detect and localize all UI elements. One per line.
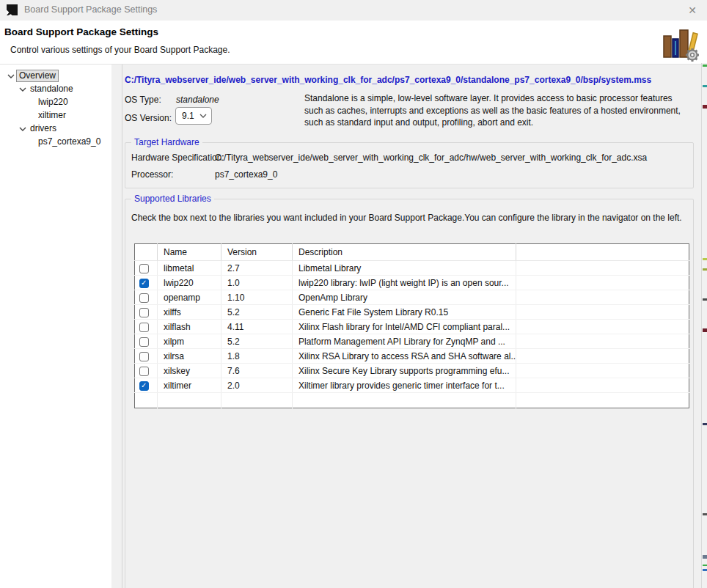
library-description: Platform Management API Library for Zynq…: [293, 334, 516, 349]
page-subtitle: Control various settings of your Board S…: [10, 45, 230, 55]
ruler-annotation-mark: [703, 565, 707, 566]
library-version: 4.11: [221, 320, 293, 334]
library-description: Generic Fat File System Library R0.15: [293, 305, 516, 320]
table-row-empty: [135, 393, 689, 408]
library-checkbox[interactable]: [139, 264, 149, 273]
ruler-annotation-mark: [703, 65, 707, 67]
tree-item-lwip220[interactable]: lwip220: [36, 96, 70, 109]
library-name: lwip220: [158, 276, 221, 290]
title-bar: Board Support Package Settings ✕: [0, 0, 707, 21]
library-version: 1.0: [221, 276, 293, 290]
library-description: Xilinx Secure Key Library supports progr…: [293, 364, 516, 378]
library-checkbox[interactable]: [139, 381, 149, 391]
tree-item-xiltimer[interactable]: xiltimer: [36, 109, 68, 122]
close-icon[interactable]: ✕: [685, 3, 700, 18]
chevron-down-icon[interactable]: [18, 87, 28, 92]
library-version: 2.0: [221, 378, 293, 393]
ruler-annotation-mark: [703, 85, 707, 87]
library-version: 5.2: [221, 305, 293, 320]
ruler-annotation-mark: [703, 268, 707, 271]
tree-item-label[interactable]: standalone: [28, 84, 76, 95]
library-checkbox[interactable]: [139, 352, 149, 361]
os-version-label: OS Version:: [125, 113, 172, 123]
chevron-down-icon[interactable]: [6, 74, 16, 78]
library-version: 1.8: [221, 349, 293, 364]
library-name: xilffs: [158, 305, 221, 320]
ruler-annotation-mark: [703, 258, 707, 260]
table-row[interactable]: openamp 1.10 OpenAmp Library: [135, 290, 689, 305]
description-column-header: Description: [293, 244, 516, 261]
ruler-annotation-mark: [703, 105, 707, 109]
library-name: xiltimer: [158, 378, 221, 393]
supported-libraries-title: Supported Libraries: [131, 194, 214, 204]
library-description: lwip220 library: lwIP (light weight IP) …: [293, 276, 516, 290]
ruler-annotation-mark: [703, 569, 707, 571]
tree-item-overview[interactable]: Overview: [6, 70, 59, 82]
target-hardware-group: Target Hardware Hardware Specification: …: [125, 142, 694, 188]
tree-item-label[interactable]: xiltimer: [36, 110, 68, 121]
library-version: 7.6: [221, 364, 293, 378]
hardware-spec-value: C:/Tityra_webserver_ide/web_server_with_…: [215, 152, 647, 163]
window-title: Board Support Package Settings: [24, 4, 157, 15]
version-column-header: Version: [221, 244, 293, 261]
ruler-annotation-mark: [703, 328, 707, 332]
supported-libraries-group: Supported Libraries Check the box next t…: [125, 199, 694, 588]
tree-item-label[interactable]: lwip220: [36, 97, 70, 108]
dialog-header: Board Support Package Settings Control v…: [0, 21, 707, 65]
os-version-select[interactable]: 9.1: [175, 107, 212, 125]
library-name: xilskey: [158, 364, 221, 378]
checkbox-column-header: [135, 244, 158, 261]
library-description: Libmetal Library: [293, 261, 516, 276]
mss-file-path-link[interactable]: C:/Tityra_webserver_ide/web_server_with_…: [125, 75, 651, 85]
library-version: 1.10: [221, 290, 293, 305]
chevron-down-icon: [199, 114, 207, 118]
tree-item-standalone[interactable]: standalone: [18, 83, 76, 95]
os-type-label: OS Type:: [125, 95, 161, 105]
name-column-header: Name: [158, 244, 221, 261]
library-version: 2.7: [221, 261, 293, 276]
libraries-table: Name Version Description libmetal 2.7 Li…: [134, 243, 689, 408]
library-description: OpenAmp Library: [293, 290, 516, 305]
library-checkbox[interactable]: [139, 323, 149, 332]
bsp-navigator-tree: Overview standalone lwip220 xiltimer dri…: [0, 65, 111, 588]
library-checkbox[interactable]: [139, 308, 149, 317]
overview-ruler-scrollbar[interactable]: [701, 63, 707, 588]
hardware-spec-label: Hardware Specification:: [131, 152, 224, 163]
table-row[interactable]: xilflash 4.11 Xilinx Flash library for I…: [135, 320, 689, 334]
ruler-annotation-mark: [703, 513, 707, 515]
table-row[interactable]: libmetal 2.7 Libmetal Library: [135, 261, 689, 276]
filler-column-header: [516, 244, 689, 261]
tree-item-label[interactable]: ps7_cortexa9_0: [36, 136, 103, 147]
table-row[interactable]: lwip220 1.0 lwip220 library: lwIP (light…: [135, 276, 689, 290]
ruler-annotation-mark: [703, 423, 707, 425]
overview-panel: C:/Tityra_webserver_ide/web_server_with_…: [122, 65, 702, 588]
os-type-value: standalone: [176, 95, 219, 105]
amd-logo-icon: [6, 4, 18, 16]
table-row[interactable]: xiltimer 2.0 Xiltimer library provides g…: [135, 378, 689, 393]
library-description: Xilinx Flash library for Intel/AMD CFI c…: [293, 320, 516, 334]
table-row[interactable]: xilskey 7.6 Xilinx Secure Key Library su…: [135, 364, 689, 378]
tree-item-label[interactable]: drivers: [28, 123, 59, 134]
library-checkbox[interactable]: [139, 293, 149, 303]
chevron-down-icon[interactable]: [18, 127, 28, 131]
processor-value: ps7_cortexa9_0: [215, 169, 277, 180]
library-checkbox[interactable]: [139, 279, 149, 288]
table-row[interactable]: xilffs 5.2 Generic Fat File System Libra…: [135, 305, 689, 320]
library-name: xilrsa: [158, 349, 221, 364]
tree-item-label[interactable]: Overview: [16, 70, 59, 82]
processor-label: Processor:: [131, 169, 173, 180]
tree-item-drivers[interactable]: drivers: [18, 122, 59, 135]
library-books-gear-icon: [660, 26, 700, 63]
ruler-annotation-mark: [703, 298, 707, 301]
table-row[interactable]: xilpm 5.2 Platform Management API Librar…: [135, 334, 689, 349]
table-row[interactable]: xilrsa 1.8 Xilinx RSA Library to access …: [135, 349, 689, 364]
os-version-value[interactable]: 9.1: [182, 111, 199, 121]
library-version: 5.2: [221, 334, 293, 349]
library-checkbox[interactable]: [139, 337, 149, 347]
library-name: openamp: [158, 290, 221, 305]
library-checkbox[interactable]: [139, 367, 149, 376]
library-name: libmetal: [158, 261, 221, 276]
library-description: Xiltimer library provides generic timer …: [293, 378, 516, 393]
tree-item-ps7-cortexa9-0[interactable]: ps7_cortexa9_0: [36, 136, 103, 148]
library-name: xilflash: [158, 320, 221, 334]
